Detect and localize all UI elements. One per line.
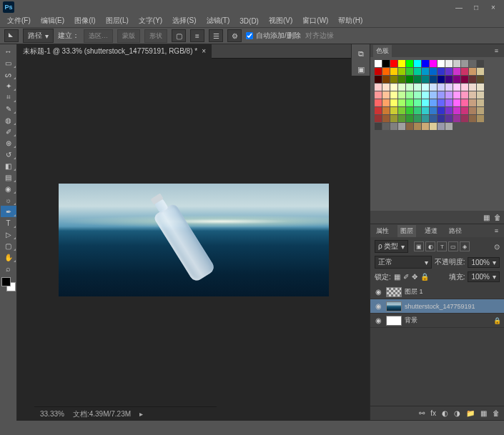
swatch[interactable] — [477, 60, 484, 67]
close-button[interactable]: × — [490, 4, 497, 11]
auto-add-delete-checkbox[interactable]: 自动添加/删除 — [246, 31, 301, 41]
swatch[interactable] — [375, 107, 382, 114]
document-tab[interactable]: 未标题-1 @ 33.3% (shutterstock_147759191, R… — [17, 44, 212, 59]
swatch[interactable] — [477, 107, 484, 114]
swatch[interactable] — [406, 107, 413, 114]
swatch[interactable] — [390, 91, 397, 99]
path-arrange-icon[interactable]: ☰ — [209, 29, 223, 42]
menu-image[interactable]: 图像(I) — [70, 14, 99, 27]
panel-menu-icon[interactable]: ≡ — [492, 46, 501, 56]
swatch[interactable] — [375, 115, 382, 122]
filter-shape-icon[interactable]: ▭ — [448, 241, 458, 251]
adjustment-icon[interactable]: ◑ — [454, 409, 460, 417]
menu-layer[interactable]: 图层(L) — [102, 14, 133, 27]
swatch[interactable] — [430, 84, 437, 91]
menu-help[interactable]: 帮助(H) — [334, 14, 367, 27]
swatch[interactable] — [414, 107, 421, 114]
pen-tool[interactable]: ✒ — [1, 206, 16, 217]
path-ops-icon[interactable]: ▢ — [172, 29, 186, 42]
swatch[interactable] — [382, 68, 390, 75]
swatch[interactable] — [382, 84, 390, 91]
swatch[interactable] — [430, 76, 437, 83]
move-tool[interactable]: ↔ — [1, 46, 16, 57]
doc-size[interactable]: 文档:4.39M/7.23M — [73, 409, 131, 419]
visibility-icon[interactable]: ◉ — [373, 288, 383, 296]
layer-name[interactable]: shutterstock_147759191 — [405, 303, 475, 310]
swatch[interactable] — [406, 123, 413, 130]
swatch[interactable] — [453, 84, 460, 91]
swatch[interactable] — [382, 107, 390, 114]
swatch[interactable] — [438, 107, 445, 114]
brush-tool[interactable]: ✐ — [1, 126, 16, 137]
swatch[interactable] — [422, 68, 429, 75]
delete-swatch-icon[interactable]: 🗑 — [494, 214, 501, 221]
swatch[interactable] — [477, 99, 484, 106]
group-icon[interactable]: 📁 — [466, 409, 475, 417]
swatch[interactable] — [382, 60, 390, 67]
swatch[interactable] — [477, 91, 484, 99]
swatch[interactable] — [390, 123, 397, 130]
swatch[interactable] — [438, 91, 445, 99]
swatch[interactable] — [453, 76, 460, 83]
swatch[interactable] — [382, 99, 390, 106]
swatch[interactable] — [453, 107, 460, 114]
minimize-button[interactable]: — — [455, 4, 463, 11]
path-mode-dropdown[interactable]: 路径▾ — [23, 29, 54, 43]
swatch[interactable] — [430, 68, 437, 75]
swatch[interactable] — [414, 91, 421, 99]
wand-tool[interactable]: ✦ — [1, 80, 16, 91]
swatch[interactable] — [477, 84, 484, 91]
filter-smart-icon[interactable]: ◈ — [460, 241, 470, 251]
history-panel-icon[interactable]: ⧉ — [354, 47, 368, 60]
swatch[interactable] — [398, 68, 405, 75]
filter-adjust-icon[interactable]: ◐ — [425, 241, 435, 251]
swatch[interactable] — [469, 99, 476, 106]
swatch[interactable] — [453, 115, 460, 122]
swatch[interactable] — [438, 84, 445, 91]
swatch[interactable] — [375, 84, 382, 91]
eraser-tool[interactable]: ◧ — [1, 160, 16, 171]
swatch[interactable] — [398, 91, 405, 99]
swatch[interactable] — [445, 60, 453, 67]
canvas-viewport[interactable] — [17, 59, 370, 421]
swatch[interactable] — [398, 76, 405, 83]
swatch[interactable] — [406, 91, 413, 99]
color-swatches[interactable] — [1, 277, 16, 291]
swatch[interactable] — [461, 60, 468, 67]
swatch[interactable] — [398, 107, 405, 114]
swatch[interactable] — [438, 68, 445, 75]
lasso-tool[interactable]: ᔕ — [1, 69, 16, 80]
swatch[interactable] — [445, 115, 453, 122]
menu-type[interactable]: 文字(Y) — [134, 14, 167, 27]
type-tool[interactable]: T — [1, 217, 16, 229]
swatch[interactable] — [382, 115, 390, 122]
menu-filter[interactable]: 滤镜(T) — [202, 14, 234, 27]
swatch[interactable] — [390, 84, 397, 91]
lock-transparent-icon[interactable]: ▦ — [394, 273, 400, 281]
layer-thumbnail[interactable] — [386, 316, 402, 326]
swatch[interactable] — [390, 115, 397, 122]
swatch[interactable] — [445, 123, 453, 130]
fx-icon[interactable]: fx — [430, 409, 436, 417]
link-layers-icon[interactable]: ⚯ — [419, 409, 425, 417]
swatch[interactable] — [430, 107, 437, 114]
zoom-value[interactable]: 33.33% — [40, 410, 64, 418]
swatches-tab[interactable]: 色板 — [373, 45, 392, 57]
swatch[interactable] — [398, 123, 405, 130]
swatch[interactable] — [461, 107, 468, 114]
swatch[interactable] — [430, 99, 437, 106]
swatch[interactable] — [445, 76, 453, 83]
layer-thumbnail[interactable] — [386, 287, 402, 297]
layer-thumbnail[interactable] — [386, 301, 402, 311]
swatch[interactable] — [406, 68, 413, 75]
filter-toggle[interactable]: ⊙ — [494, 243, 500, 251]
filter-type-icon[interactable]: T — [437, 241, 447, 251]
swatch[interactable] — [406, 115, 413, 122]
swatch[interactable] — [390, 107, 397, 114]
lock-position-icon[interactable]: ✥ — [412, 273, 417, 281]
swatch[interactable] — [453, 68, 460, 75]
swatch[interactable] — [445, 99, 453, 106]
swatch[interactable] — [461, 84, 468, 91]
swatch[interactable] — [461, 115, 468, 122]
swatch[interactable] — [453, 99, 460, 106]
